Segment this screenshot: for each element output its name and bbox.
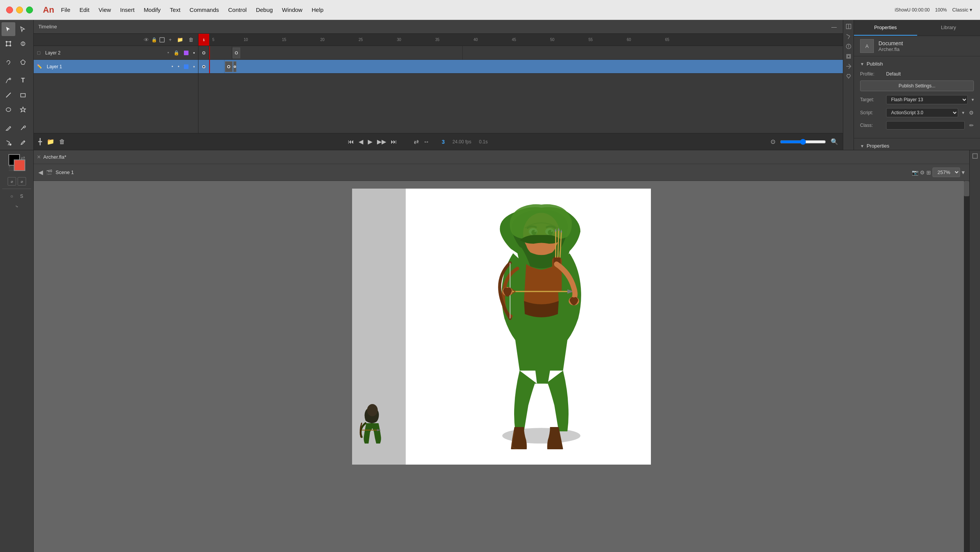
archer-small	[356, 403, 390, 445]
publish-settings-btn[interactable]: Publish Settings...	[860, 80, 974, 91]
delete-layer-btn[interactable]: 🗑	[187, 36, 195, 43]
tab-library[interactable]: Library	[917, 20, 980, 36]
tab-close-icon[interactable]: ✕	[37, 154, 41, 160]
archer-main	[476, 196, 606, 449]
menu-commands[interactable]: Commands	[190, 7, 219, 13]
right-icon-strip	[969, 150, 980, 552]
ruler-35: 35	[435, 38, 474, 42]
play-btn[interactable]: ▶	[368, 138, 372, 145]
app-container: T	[0, 20, 980, 552]
minimize-button[interactable]	[16, 7, 23, 13]
none-fill-btn[interactable]: ⌀	[18, 177, 26, 186]
subselection-tool[interactable]	[16, 22, 30, 36]
menu-items: File Edit View Insert Modify Text Comman…	[61, 7, 323, 13]
loop-btn[interactable]: ⇄	[414, 138, 419, 145]
go-next-btn[interactable]: ▶▶	[377, 138, 386, 145]
battery-info: 100%	[935, 7, 947, 13]
layer-row-2[interactable]: ▢ Layer 2 • 🔒 •	[34, 46, 198, 60]
selection-tool[interactable]	[2, 22, 15, 36]
layer2-box	[184, 51, 188, 55]
close-button[interactable]	[6, 7, 13, 13]
add-layer-btn[interactable]: +	[167, 36, 173, 43]
loop-playback-btn[interactable]: ⊙	[770, 138, 775, 145]
layer1-keyframe-1	[202, 65, 205, 68]
polystar-tool[interactable]	[16, 103, 30, 117]
workspace-selector[interactable]: Classic ▾	[952, 7, 972, 13]
menu-edit[interactable]: Edit	[80, 7, 90, 13]
swap-colors-btn[interactable]: ⇄	[21, 155, 25, 161]
right-snap-btn[interactable]	[971, 152, 979, 160]
empty-frames-area	[198, 74, 843, 133]
file-tab-label[interactable]: Archer.fla*	[43, 154, 66, 160]
timeline-zoom-out[interactable]: 🔍	[831, 138, 838, 145]
zoom-dropdown-btn[interactable]: ▾	[962, 169, 965, 176]
menu-help[interactable]: Help	[311, 7, 323, 13]
gradient-transform-tool[interactable]	[16, 37, 30, 51]
text-tool[interactable]: T	[16, 74, 30, 87]
lasso-tool[interactable]	[2, 55, 15, 69]
rotate-btn[interactable]: ⚙	[920, 169, 925, 176]
menu-file[interactable]: File	[61, 7, 70, 13]
class-edit-btn[interactable]: ✏	[969, 122, 974, 128]
zoom-select[interactable]: 257% 100% 50% 200% 400%	[932, 168, 960, 177]
menu-modify[interactable]: Modify	[144, 7, 161, 13]
snap-btn[interactable]: ↔	[423, 138, 429, 145]
vertical-scrollbar[interactable]	[964, 181, 969, 552]
go-last-btn[interactable]: ⏭	[391, 138, 397, 145]
playback-add-folder[interactable]: 📁	[47, 138, 54, 145]
timeline-zoom-slider[interactable]	[780, 139, 826, 145]
paint-bucket-tool[interactable]	[2, 136, 15, 150]
line-tool[interactable]	[2, 88, 15, 102]
free-transform-tool[interactable]	[2, 37, 15, 51]
delete-frames-btn[interactable]: 🗑	[59, 138, 65, 145]
rect-tool[interactable]	[16, 88, 30, 102]
snap-icon-btn[interactable]	[844, 22, 853, 31]
polygon-lasso-tool[interactable]	[16, 55, 30, 69]
none-stroke-btn[interactable]: ⌀	[8, 177, 16, 186]
paint-bucket-icon-btn[interactable]	[844, 32, 853, 41]
motion-icon-btn[interactable]	[844, 62, 853, 71]
snap-to-btn[interactable]: ⊞	[926, 169, 931, 176]
bottom-area: ⇄ ⬛ ⌀ ⌀ ○ S ⤷ ✕ Archer.fla*	[0, 150, 980, 552]
fps-display: 24.00 fps	[452, 139, 471, 145]
add-folder-btn[interactable]: 📁	[175, 36, 185, 43]
properties-section-header[interactable]: ▼ Properties	[860, 143, 974, 149]
symbol2-btn[interactable]: S	[18, 192, 26, 200]
go-first-btn[interactable]: ⏮	[348, 138, 354, 145]
playback-new-layer[interactable]: ╋	[38, 138, 42, 145]
fill-swatch[interactable]	[14, 159, 25, 171]
camera-btn[interactable]: 📷	[912, 169, 918, 176]
svg-point-2	[10, 41, 11, 43]
script-dropdown[interactable]: ActionScript 3.0 ActionScript 2.0	[886, 108, 958, 117]
publish-section-header[interactable]: ▼ Publish	[860, 61, 974, 67]
menu-debug[interactable]: Debug	[256, 7, 273, 13]
eyedropper-tool[interactable]	[16, 136, 30, 150]
maximize-button[interactable]	[26, 7, 33, 13]
menu-view[interactable]: View	[98, 7, 111, 13]
transform-icon-btn[interactable]	[844, 52, 853, 61]
menu-insert[interactable]: Insert	[120, 7, 135, 13]
app-icon: An	[43, 5, 54, 15]
menu-window[interactable]: Window	[282, 7, 302, 13]
brush-tool[interactable]	[16, 121, 30, 135]
menu-control[interactable]: Control	[228, 7, 247, 13]
bone-tool-btn[interactable]: ⤷	[13, 202, 21, 210]
go-prev-btn[interactable]: ◀	[359, 138, 363, 145]
layer-row-1[interactable]: ✏️ Layer 1 • • •	[34, 60, 198, 74]
target-dropdown[interactable]: Flash Player 13 Flash Player 12 Flash Pl…	[886, 95, 968, 104]
tab-properties[interactable]: Properties	[854, 20, 917, 36]
symbol-row: ○ S	[2, 192, 32, 200]
scene-nav-back[interactable]: ◀	[38, 169, 43, 176]
info-icon-btn[interactable]	[844, 42, 853, 51]
symbol-btn[interactable]: ○	[8, 192, 16, 200]
pencil-tool[interactable]	[2, 121, 15, 135]
svg-point-4	[10, 45, 11, 46]
class-input[interactable]	[886, 121, 965, 130]
oval-tool[interactable]	[2, 103, 15, 117]
script-settings-btn[interactable]: ⚙	[969, 110, 974, 116]
debug-icon-btn[interactable]	[844, 72, 853, 80]
reset-colors-btn[interactable]: ⬛	[8, 166, 14, 171]
pen-tool[interactable]	[2, 74, 15, 87]
menu-text[interactable]: Text	[170, 7, 180, 13]
timeline-hide-btn[interactable]: —	[830, 23, 838, 31]
